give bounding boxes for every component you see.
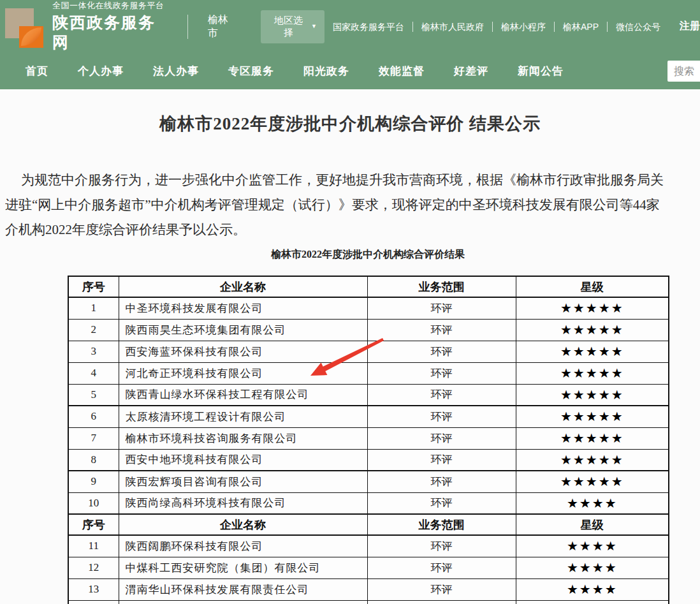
row-index-cell: 13 (68, 578, 119, 600)
scope-cell: 环评 (367, 492, 516, 514)
nav-item-1[interactable]: 首页 (26, 64, 48, 78)
announcement-paragraph: 为规范中介服务行为，进一步强化中介监管工作，更好地提升我市营商环境，根据《榆林市… (0, 168, 700, 242)
column-header: 企业名称 (119, 276, 367, 297)
top-link[interactable]: 国家政务服务平台 (324, 22, 413, 32)
company-name-cell: 榆林市环境科技咨询服务有限公司 (119, 427, 367, 449)
company-name-cell: 太原核清环境工程设计有限公司 (119, 406, 367, 427)
top-link[interactable]: 微信公众号 (608, 22, 669, 32)
top-links: 国家政务服务平台榆林市人民政府榆林小程序榆林APP微信公众号 (324, 22, 669, 32)
table-row: 5陕西青山绿水环保科技工程有限公司环评★★★★★ (68, 384, 669, 406)
empty-cell (367, 600, 516, 604)
stars-cell: ★★★★★ (516, 449, 669, 471)
empty-cell (119, 600, 367, 604)
column-header: 星级 (516, 514, 669, 535)
table-row: 10陕西尚绿高科环境科技有限公司环评★★★★ (68, 492, 669, 514)
region-select-button[interactable]: 地区选择 ▼ (261, 10, 324, 43)
column-header: 业务范围 (367, 514, 516, 535)
scope-cell: 环评 (367, 362, 516, 384)
register-link[interactable]: 注册 (680, 20, 700, 33)
top-link[interactable]: 榆林市人民政府 (413, 22, 493, 32)
nav-item-8[interactable]: 新闻公告 (518, 64, 564, 78)
table-row: 12中煤科工西安研究院（集团）有限公司环评★★★★ (68, 557, 669, 578)
stars-cell: ★★★★★ (516, 406, 669, 427)
page: 全国一体化在线政务服务平台 陕西政务服务网 榆林市 地区选择 ▼ 国家政务服务平… (0, 0, 700, 604)
nav-items: 首页个人办事法人办事专区服务阳光政务效能监督好差评新闻公告 (26, 64, 593, 78)
column-header: 星级 (516, 276, 669, 297)
header-divider (187, 15, 188, 39)
chevron-down-icon: ▼ (311, 24, 317, 29)
scope-cell: 环评 (367, 406, 516, 427)
row-index-cell: 12 (68, 557, 119, 578)
nav-item-6[interactable]: 效能监督 (379, 64, 425, 78)
site-logo[interactable] (5, 8, 43, 48)
table-row: 7榆林市环境科技咨询服务有限公司环评★★★★★ (68, 427, 669, 449)
scope-cell: 环评 (367, 297, 516, 319)
company-name-cell: 陕西青山绿水环保科技工程有限公司 (119, 384, 367, 406)
row-index-cell: 10 (68, 492, 119, 514)
top-link[interactable]: 榆林APP (555, 22, 608, 32)
stars-cell: ★★★★ (516, 578, 669, 600)
row-index-cell: 11 (68, 535, 119, 557)
company-name-cell: 陕西雨昊生态环境集团有限公司 (119, 319, 367, 341)
page-title: 榆林市2022年度涉批中介机构综合评价 结果公示 (0, 114, 700, 134)
empty-cell (68, 600, 119, 604)
scope-cell: 环评 (367, 578, 516, 600)
row-index-cell: 7 (68, 427, 119, 449)
stars-cell: ★★★★★ (516, 471, 669, 492)
table-row: 4河北奇正环境科技有限公司环评★★★★★ (68, 362, 669, 384)
table-row: 3西安海蓝环保科技有限公司环评★★★★★ (68, 341, 669, 362)
site-name: 陕西政务服务网 (52, 13, 168, 53)
table-body: 序号企业名称业务范围星级1中圣环境科技发展有限公司环评★★★★★2陕西雨昊生态环… (68, 276, 669, 604)
company-name-cell: 河北奇正环境科技有限公司 (119, 362, 367, 384)
nav-item-2[interactable]: 个人办事 (78, 64, 124, 78)
empty-cell (516, 600, 669, 604)
top-link[interactable]: 榆林小程序 (493, 22, 555, 32)
stars-cell: ★★★★ (516, 557, 669, 578)
platform-label: 全国一体化在线政务服务平台 (52, 1, 168, 11)
current-city-label: 榆林市 (208, 13, 237, 40)
company-name-cell: 西安海蓝环保科技有限公司 (119, 341, 367, 362)
stars-cell: ★★★★ (516, 492, 669, 514)
search-input[interactable] (667, 61, 700, 82)
scope-cell: 环评 (367, 341, 516, 362)
table-row: 8西安中地环境科技有限公司环评★★★★★ (68, 449, 669, 471)
company-name-cell: 陕西阔鹏环保科技有限公司 (119, 535, 367, 557)
nav-item-5[interactable]: 阳光政务 (303, 64, 349, 78)
scope-cell: 环评 (367, 319, 516, 341)
table-row: 6太原核清环境工程设计有限公司环评★★★★★ (68, 406, 669, 427)
logo-orange-square (19, 26, 43, 48)
stars-cell: ★★★★★ (516, 341, 669, 362)
company-name-cell: 渭南华山环保科技发展有限责任公司 (119, 578, 367, 600)
company-name-cell: 中煤科工西安研究院（集团）有限公司 (119, 557, 367, 578)
evaluation-results-table: 序号企业名称业务范围星级1中圣环境科技发展有限公司环评★★★★★2陕西雨昊生态环… (68, 276, 669, 604)
scope-cell: 环评 (367, 535, 516, 557)
table-header-row: 序号企业名称业务范围星级 (68, 514, 669, 535)
row-index-cell: 5 (68, 384, 119, 406)
scope-cell: 环评 (367, 557, 516, 578)
company-name-cell: 中圣环境科技发展有限公司 (119, 297, 367, 319)
paragraph-line: 为规范中介服务行为，进一步强化中介监管工作，更好地提升我市营商环境，根据《榆林市… (5, 168, 700, 193)
row-index-cell: 2 (68, 319, 119, 341)
nav-item-4[interactable]: 专区服务 (228, 64, 274, 78)
column-header: 业务范围 (367, 276, 516, 297)
table-row-partial (68, 600, 669, 604)
table-caption: 榆林市2022年度涉批中介机构综合评价结果 (68, 247, 668, 261)
column-header: 序号 (68, 276, 119, 297)
table-row: 11陕西阔鹏环保科技有限公司环评★★★★ (68, 535, 669, 557)
row-index-cell: 6 (68, 406, 119, 427)
stars-cell: ★★★★★ (516, 297, 669, 319)
paragraph-line: 进驻“网上中介服务超市”中介机构考评管理规定（试行）》要求，现将评定的中圣环境科… (5, 193, 700, 217)
brand-text: 全国一体化在线政务服务平台 陕西政务服务网 (52, 1, 168, 53)
stars-cell: ★★★★★ (516, 319, 669, 341)
document-content: 榆林市2022年度涉批中介机构综合评价 结果公示 为规范中介服务行为，进一步强化… (0, 89, 700, 604)
main-nav: 首页个人办事法人办事专区服务阳光政务效能监督好差评新闻公告 (0, 53, 700, 89)
company-name-cell: 陕西尚绿高科环境科技有限公司 (119, 492, 367, 514)
nav-item-7[interactable]: 好差评 (454, 64, 488, 78)
table-row: 13渭南华山环保科技发展有限责任公司环评★★★★ (68, 578, 669, 600)
paragraph-line: 介机构2022年度综合评价结果予以公示。 (5, 217, 700, 242)
scope-cell: 环评 (367, 384, 516, 406)
scope-cell: 环评 (367, 427, 516, 449)
table-row: 1中圣环境科技发展有限公司环评★★★★★ (68, 297, 669, 319)
scope-cell: 环评 (367, 449, 516, 471)
nav-item-3[interactable]: 法人办事 (153, 64, 199, 78)
